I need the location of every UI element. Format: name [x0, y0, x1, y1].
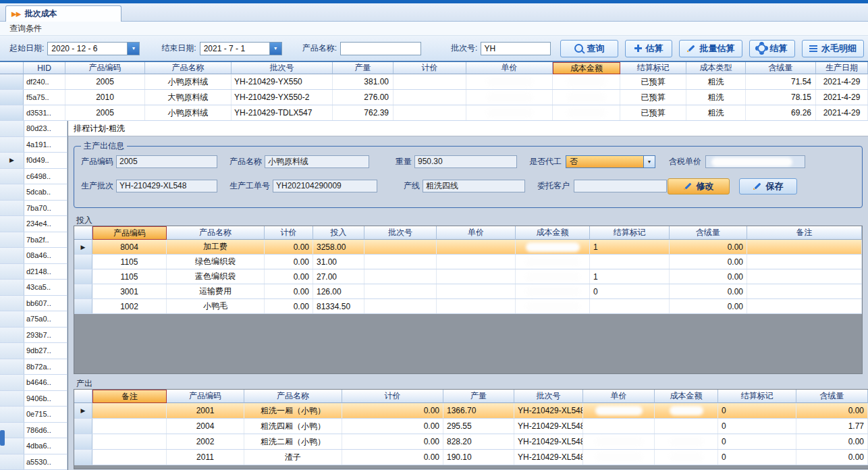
row-selector-cell[interactable]: ▶ — [0, 328, 24, 343]
column-header-product-code[interactable]: 产品编码 — [167, 390, 244, 403]
table-row-partial[interactable]: ▶ 4dba6.. — [0, 438, 67, 454]
client-field[interactable] — [574, 180, 667, 192]
row-selector-cell[interactable]: ▶ — [0, 391, 24, 407]
table-row-partial[interactable]: ▶ 9db27.. — [0, 343, 67, 359]
column-header-down-content[interactable]: 含绒量 — [670, 226, 747, 240]
production-line-field[interactable]: 粗洗四线 — [423, 180, 525, 192]
column-header-cost-amount[interactable]: 成本金额 — [553, 62, 620, 74]
column-header-output-qty[interactable]: 产量 — [443, 390, 514, 403]
column-header-production-date[interactable]: 生产日期 — [816, 62, 868, 74]
row-selector-cell[interactable]: ▶ — [74, 299, 92, 313]
column-header-pricing[interactable]: 计价 — [394, 62, 466, 74]
row-selector-cell[interactable]: ▶ — [0, 201, 24, 216]
input-table-row[interactable]: ▶ 1105 绿色编织袋 0.00 31.00 0.00 — [74, 255, 862, 269]
table-row-partial[interactable]: ▶ 4a191.. — [0, 137, 67, 153]
table-row[interactable]: d3531.. 2005 小鸭原料绒 YH-210429-TDLX547 762… — [0, 105, 868, 121]
chevron-down-icon[interactable]: ▼ — [269, 43, 281, 55]
output-table-row[interactable]: ▶ 2011 渣子 0.00 190.10 YH-210429-XL548 0 … — [74, 450, 868, 465]
row-selector-cell[interactable]: ▶ — [0, 311, 24, 327]
row-selector-cell[interactable]: ▶ — [0, 153, 24, 168]
column-header-product-code[interactable]: 产品编码 — [92, 226, 167, 240]
row-selector-cell[interactable]: ▶ — [0, 184, 24, 200]
row-selector-cell[interactable]: ▶ — [0, 121, 24, 136]
column-header-cost-type[interactable]: 成本类型 — [686, 62, 746, 74]
table-row-partial[interactable]: ▶ c6498.. — [0, 169, 67, 185]
table-row-partial[interactable]: ▶ 7ba70.. — [0, 201, 67, 217]
product-code-field[interactable]: 2005 — [116, 155, 217, 168]
column-header-product-code[interactable]: 产品编码 — [65, 62, 145, 74]
input-table-row[interactable]: ▶ 1105 蓝色编织袋 0.00 27.00 1 0.00 — [74, 269, 862, 284]
estimate-button[interactable]: 估算 — [625, 40, 672, 57]
batch-no-input[interactable] — [481, 42, 551, 55]
row-selector-cell[interactable]: ▶ — [74, 403, 92, 418]
row-selector-cell[interactable]: ▶ — [0, 343, 24, 359]
column-header-unit-price[interactable]: 单价 — [466, 62, 553, 74]
column-header-note[interactable]: 备注 — [747, 226, 862, 240]
table-row-partial[interactable]: ▶ a5530.. — [0, 454, 67, 470]
row-selector-cell[interactable]: ▶ — [0, 359, 24, 375]
column-header-unit-price[interactable]: 单价 — [437, 226, 516, 240]
column-header-output-qty[interactable]: 产量 — [333, 62, 394, 74]
table-row[interactable]: f5a75.. 2010 大鸭原料绒 YH-210429-YX550-2 276… — [0, 90, 868, 105]
modify-button[interactable]: 修改 — [668, 178, 730, 194]
row-selector-cell[interactable]: ▶ — [74, 240, 92, 254]
row-selector-cell[interactable]: ▶ — [0, 232, 24, 248]
row-selector-cell[interactable]: ▶ — [0, 169, 24, 184]
tab-batch-cost[interactable]: ▶▶ 批次成本 — [5, 5, 121, 22]
row-selector-cell[interactable] — [0, 105, 24, 120]
table-row-partial[interactable]: ▶ 786d6.. — [0, 423, 67, 439]
input-table-row[interactable]: ▶ 1002 小鸭毛 0.00 81334.50 0.00 — [74, 299, 862, 314]
table-row-partial[interactable]: ▶ 7ba2f.. — [0, 232, 67, 249]
table-row-partial[interactable]: ▶ 9406b.. — [0, 391, 67, 407]
production-batch-field[interactable]: YH-210429-XL548 — [116, 180, 217, 192]
is-oem-dropdown[interactable]: 否 ▼ — [566, 155, 655, 168]
chevron-down-icon[interactable]: ▼ — [127, 43, 139, 55]
column-header-unit-price[interactable]: 单价 — [583, 390, 655, 403]
input-table-row[interactable]: ▶ 8004 加工费 0.00 3258.00 1 0.00 — [74, 240, 862, 255]
table-row-partial[interactable]: ▶ 234e4.. — [0, 216, 67, 232]
row-selector-cell[interactable]: ▶ — [0, 407, 24, 422]
column-header-product-name[interactable]: 产品名称 — [167, 226, 265, 240]
table-row-partial[interactable]: ▶ 293b7.. — [0, 328, 67, 344]
row-selector-cell[interactable]: ▶ — [0, 248, 24, 263]
chevron-down-icon[interactable]: ▼ — [643, 156, 655, 167]
input-table-row[interactable]: ▶ 3001 运输费用 0.00 126.00 0 0.00 — [74, 284, 862, 299]
row-selector-cell[interactable]: ▶ — [0, 264, 24, 280]
row-selector-cell[interactable]: ▶ — [0, 454, 24, 470]
column-header-down-content[interactable]: 含绒量 — [796, 390, 868, 403]
table-row-partial[interactable]: ▶ bb607.. — [0, 296, 67, 312]
column-header-batch-no[interactable]: 批次号 — [364, 226, 437, 240]
table-row-partial[interactable]: ▶ 5dcab.. — [0, 184, 67, 201]
product-name-field[interactable]: 小鸭原料绒 — [265, 155, 369, 168]
end-date-picker[interactable]: 2021 - 7 - 1 ▼ — [200, 42, 282, 55]
row-selector-cell[interactable]: ▶ — [0, 296, 24, 311]
row-selector-cell[interactable]: ▶ — [74, 284, 92, 298]
row-selector-cell[interactable]: ▶ — [74, 255, 92, 269]
output-table-row[interactable]: ▶ 2004 粗洗四厢（小鸭） 0.00 295.55 YH-210429-XL… — [74, 419, 868, 434]
column-header-settle-mark[interactable]: 结算标记 — [590, 226, 670, 240]
batch-estimate-button[interactable]: 批量估算 — [679, 40, 742, 57]
table-row-partial[interactable]: ▶ 8b72a.. — [0, 359, 67, 375]
column-header-hid[interactable]: HID — [24, 62, 65, 74]
column-header-cost-amount[interactable]: 成本金额 — [516, 226, 590, 240]
column-header-down-content[interactable]: 含绒量 — [746, 62, 816, 74]
table-row-partial[interactable]: ▶ a75a0.. — [0, 311, 67, 328]
start-date-picker[interactable]: 2020 - 12 - 6 ▼ — [47, 42, 140, 55]
work-order-field[interactable]: YH202104290009 — [273, 180, 377, 192]
tax-price-field[interactable] — [705, 155, 805, 168]
column-header-note[interactable]: 备注 — [92, 390, 167, 403]
settle-button[interactable]: 结算 — [749, 40, 795, 57]
table-row-partial[interactable]: ▶ 0e715.. — [0, 407, 67, 423]
product-name-input[interactable] — [340, 42, 421, 55]
column-header-pricing[interactable]: 计价 — [265, 226, 313, 240]
query-button[interactable]: 查询 — [560, 40, 618, 57]
row-selector-cell[interactable]: ▶ — [0, 280, 24, 295]
row-selector-cell[interactable]: ▶ — [74, 450, 92, 465]
table-row-partial[interactable]: ▶ b4646.. — [0, 375, 67, 391]
row-selector-cell[interactable]: ▶ — [74, 419, 92, 434]
table-row-partial[interactable]: ▶ 80d23.. — [0, 121, 67, 137]
column-header-settle-mark[interactable]: 结算标记 — [718, 390, 796, 403]
column-header-input-amount[interactable]: 投入 — [313, 226, 364, 240]
table-row-partial[interactable]: ▶ f0d49.. — [0, 153, 67, 169]
water-wool-detail-button[interactable]: 水毛明细 — [802, 40, 864, 57]
